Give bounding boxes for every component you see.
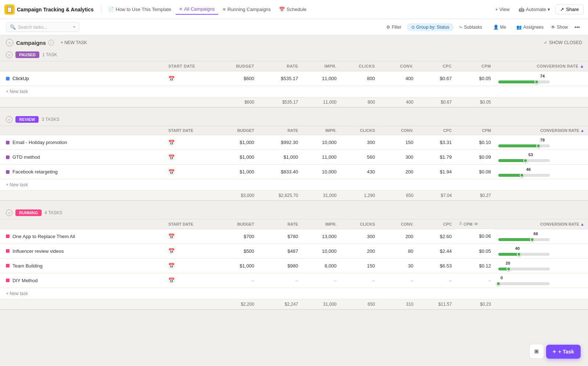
search-box[interactable]: 🔍 Search tasks... ▾ (6, 22, 79, 32)
review-collapse-btn[interactable]: ○ (6, 116, 12, 123)
grid-view-button[interactable]: ⊞ (529, 344, 544, 359)
review-column-headers: START DATE BUDGET RATE IMPR. CLICKS CONV… (0, 126, 588, 135)
show-icon: 👁 (551, 25, 555, 30)
app-title: Campaign Tracking & Analytics (17, 7, 94, 12)
assignees-button[interactable]: 👥 Assignees (513, 23, 546, 31)
summary-row: $3,000 $2,825.70 31,000 1,290 650 $7.04 … (0, 191, 588, 201)
section-collapse-button[interactable]: ○ (6, 39, 13, 46)
running-status-badge: RUNNING (15, 209, 42, 216)
section-info-icon[interactable]: i (48, 40, 54, 46)
check-icon: ✓ (544, 40, 548, 45)
new-task-row[interactable]: + New task (0, 179, 588, 191)
tab-schedule[interactable]: 📅 Schedule (275, 4, 310, 14)
task-color-dot (6, 170, 10, 174)
summary-row: $600 $535.17 11,000 800 400 $0.67 $0.05 (0, 97, 588, 108)
progress-cell: 74 (498, 74, 550, 83)
summary-row: $2,200 $2,247 31,000 650 310 $11.57 $0.2… (0, 299, 588, 309)
more-button[interactable]: ••• (572, 23, 582, 32)
task-color-dot (6, 279, 10, 282)
task-row: GTD method 📅 $1,000 $1,000 11,000 560 30… (0, 150, 588, 165)
grid-icon: ⊞ (534, 348, 539, 354)
running-collapse-btn[interactable]: ○ (6, 209, 12, 216)
subtasks-button[interactable]: ⤷ Subtasks (455, 23, 486, 31)
calendar-icon[interactable]: 📅 (168, 248, 175, 254)
task-name[interactable]: Influencer review videos (12, 248, 64, 254)
tab-template[interactable]: 📄 How to Use This Template (104, 4, 175, 14)
group-spacer (0, 201, 588, 207)
calendar-icon[interactable]: 📅 (168, 140, 175, 146)
task-name[interactable]: One App to Replace Them All (12, 234, 75, 239)
toolbar: 🔍 Search tasks... ▾ ⚙ Filter ⊙ Group by:… (0, 19, 588, 35)
running-column-headers: START DATE BUDGET RATE IMPR. CLICKS CONV… (0, 219, 588, 229)
automate-button[interactable]: 🤖 Automate ▾ (515, 5, 554, 14)
running-group-header-row: ○ RUNNING 4 TASKS (0, 207, 588, 219)
search-icon: 🔍 (10, 24, 16, 30)
calendar-nav-icon: 📅 (279, 7, 285, 12)
paused-status-badge: PAUSED (15, 51, 39, 58)
share-button[interactable]: ↗ Share (555, 4, 584, 14)
paused-column-headers: START DATE BUDGET RATE IMPR. CLICKS CONV… (0, 61, 588, 71)
paused-collapse-btn[interactable]: ○ (6, 51, 12, 58)
automate-icon: 🤖 (519, 7, 524, 12)
section-header: ○ Campaigns i + NEW TASK ✓ SHOW CLOSED (0, 35, 588, 49)
new-task-row[interactable]: + New task (0, 288, 588, 299)
task-row: One App to Replace Them All 📅 $700 $780 … (0, 229, 588, 244)
group-spacer (0, 107, 588, 113)
cpm-hide-icon[interactable]: 👁 (474, 222, 478, 226)
filter-button[interactable]: ⚙ Filter (383, 23, 405, 31)
calendar-icon[interactable]: 📅 (168, 277, 175, 283)
calendar-icon[interactable]: 📅 (168, 233, 175, 239)
group-status-button[interactable]: ⊙ Group by: Status (407, 23, 454, 31)
list-icon-2: ≡ (223, 7, 226, 12)
plus-task-button[interactable]: + + Task (546, 345, 581, 359)
task-color-dot (6, 249, 10, 253)
task-row: Team Building 📅 $1,000 $980 8,000 150 30… (0, 258, 588, 273)
top-nav: 📋 Campaign Tracking & Analytics 📄 How to… (0, 0, 588, 19)
task-color-dot (6, 234, 10, 238)
tab-all-campaigns[interactable]: ≡ All Campaigns (176, 4, 218, 15)
drag-handle-icon[interactable]: ⠿ (459, 222, 462, 226)
task-name[interactable]: DIY Method (12, 278, 37, 283)
task-row: Facebook retargeting 📅 $1,000 $833.40 10… (0, 165, 588, 179)
task-color-dot (6, 264, 10, 268)
task-row: Email - Holiday promotion 📅 $1,000 $992.… (0, 135, 588, 150)
main-content: ○ Campaigns i + NEW TASK ✓ SHOW CLOSED ○… (0, 35, 588, 366)
section-title: Campaigns (16, 40, 46, 46)
calendar-icon[interactable]: 📅 (168, 76, 175, 82)
assignees-icon: 👥 (516, 25, 522, 30)
table-container: ○ PAUSED 1 TASK START DATE BUDGET RATE I… (0, 49, 588, 310)
task-name[interactable]: GTD method (12, 154, 40, 160)
review-group-header-row: ○ REVIEW 3 TASKS (0, 113, 588, 126)
task-name[interactable]: Team Building (12, 263, 43, 269)
progress-value: 74 (540, 74, 545, 78)
task-row: Influencer review videos 📅 $500 $487 10,… (0, 244, 588, 258)
dot-sep-2: · (510, 24, 512, 30)
list-icon-1: ≡ (179, 6, 182, 12)
app-icon: 📋 (4, 4, 15, 15)
calendar-icon[interactable]: 📅 (168, 169, 175, 175)
running-task-count: 4 TASKS (44, 210, 62, 215)
filter-icon: ⚙ (386, 25, 390, 30)
show-closed-button[interactable]: ✓ SHOW CLOSED (544, 40, 582, 45)
paused-group-header: ○ PAUSED 1 TASK START DATE BUDGET RATE I… (0, 49, 588, 71)
new-task-section-button[interactable]: + NEW TASK (58, 39, 90, 46)
plus-icon: + (553, 348, 556, 355)
view-button[interactable]: + View (491, 5, 513, 14)
me-icon: 👤 (493, 25, 499, 30)
task-color-dot (6, 77, 10, 80)
task-name[interactable]: ClickUp (12, 76, 29, 81)
review-status-badge: REVIEW (15, 116, 39, 123)
paused-task-count: 1 TASK (42, 52, 57, 57)
task-name[interactable]: Email - Holiday promotion (12, 140, 67, 145)
nav-right: + View 🤖 Automate ▾ ↗ Share (491, 4, 584, 14)
task-row: DIY Method 📅 – – – – – – – 0 (0, 273, 588, 288)
toolbar-right: ⚙ Filter ⊙ Group by: Status ⤷ Subtasks ·… (383, 23, 582, 32)
task-name[interactable]: Facebook retargeting (12, 169, 58, 175)
show-button[interactable]: 👁 Show (548, 23, 571, 31)
calendar-icon[interactable]: 📅 (168, 154, 175, 160)
new-task-row[interactable]: + New task (0, 86, 588, 97)
calendar-icon[interactable]: 📅 (168, 263, 175, 269)
task-color-dot (6, 141, 10, 144)
tab-running-campaigns[interactable]: ≡ Running Campaigns (219, 4, 274, 14)
me-button[interactable]: 👤 Me (490, 23, 509, 31)
